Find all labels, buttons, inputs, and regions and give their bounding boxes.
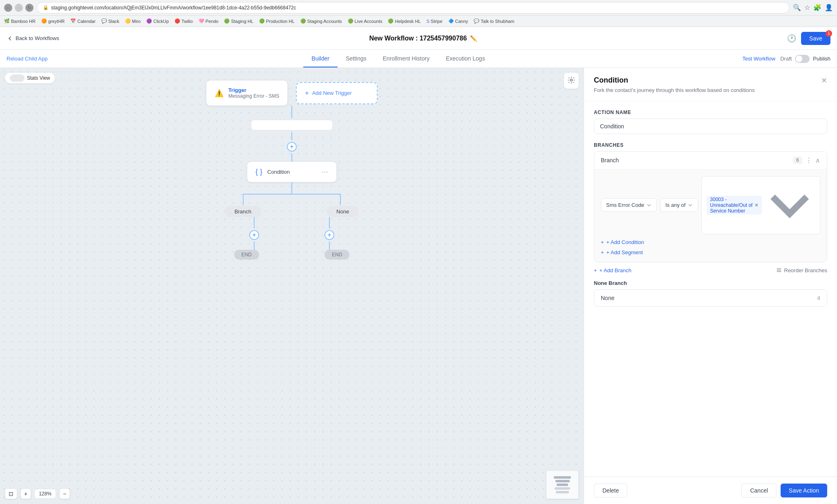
footer-right: Cancel Save Action [741, 484, 827, 497]
tab-execution-logs[interactable]: Execution Logs [438, 50, 493, 67]
left-v-line [254, 217, 255, 228]
test-workflow-button[interactable]: Test Workflow [743, 56, 776, 62]
bookmark-bamboohr[interactable]: 🌿 Bamboo HR [4, 18, 36, 24]
condition-field-select[interactable]: Sms Error Code [601, 198, 657, 212]
add-condition-button[interactable]: + + Add Condition [601, 239, 820, 245]
condition-operator-select[interactable]: Is any of [660, 198, 698, 212]
tab-bar: Reload Child App Builder Settings Enroll… [0, 50, 837, 68]
main-layout: Stats View ⚠️ Trigger Messaging Error - [0, 68, 837, 504]
trigger-node[interactable]: ⚠️ Trigger Messaging Error - SMS [206, 80, 288, 106]
end-nodes-row: END END [234, 250, 350, 260]
panel-title: Condition [594, 76, 754, 85]
add-branch-plus-icon: + [594, 267, 597, 273]
production-hl-icon: 🟢 [259, 18, 265, 24]
draft-publish-switch[interactable] [795, 55, 810, 63]
back-browser-btn[interactable]: ← [4, 4, 12, 12]
zoom-in-btn[interactable]: + [20, 488, 31, 499]
zoom-level-display: 128% [34, 489, 56, 499]
browser-controls: ← → ↻ [4, 4, 34, 12]
panel-footer: Delete Cancel Save Action [584, 477, 837, 504]
address-bar[interactable]: 🔒 staging.gohighlevel.com/location/AQjEm… [37, 2, 790, 13]
operator-select-chevron [688, 203, 693, 208]
workflow-nodes: ⚠️ Trigger Messaging Error - SMS + Add N… [194, 80, 390, 260]
reload-child-app-button[interactable]: Reload Child App [7, 56, 47, 62]
back-to-workflows-link[interactable]: Back to Workflows [7, 35, 59, 42]
bookmark-clickup[interactable]: 🟣 ClickUp [146, 18, 169, 24]
add-branch-button[interactable]: + + Add Branch [594, 267, 631, 273]
none-branch-section: None Branch None 4 [594, 280, 827, 307]
value-tag-remove[interactable]: ✕ [754, 202, 759, 208]
star-icon[interactable]: ☆ [804, 4, 810, 11]
condition-value-select[interactable]: 30003 - Unreachable/Out of Service Numbe… [701, 176, 820, 234]
cancel-button[interactable]: Cancel [741, 484, 777, 497]
search-icon[interactable]: 🔍 [793, 4, 801, 11]
end-node-right: END [325, 250, 349, 260]
tab-enrollment-history[interactable]: Enrollment History [375, 50, 438, 67]
forward-browser-btn[interactable]: → [15, 4, 23, 12]
bookmark-talk[interactable]: 💬 Talk to Shubham [474, 18, 514, 24]
stats-view-toggle[interactable]: Stats View [5, 73, 55, 83]
branches-label: BRANCHES [594, 142, 827, 148]
add-segment-button[interactable]: + + Add Segment [601, 249, 820, 255]
fit-to-screen-btn[interactable]: ⊡ [5, 488, 17, 499]
canvas-settings-icon[interactable] [564, 73, 579, 89]
add-trigger-node[interactable]: + Add New Trigger [296, 82, 378, 104]
reload-browser-btn[interactable]: ↻ [25, 4, 34, 12]
field-select-chevron [647, 203, 651, 208]
bookmark-helpdesk[interactable]: 🟢 Helpdesk HL [388, 18, 421, 24]
bookmark-staging-hl[interactable]: 🟢 Staging HL [224, 18, 253, 24]
right-panel: Condition Fork the contact's journey thr… [584, 68, 837, 504]
talk-icon: 💬 [474, 18, 479, 24]
helpdesk-icon: 🟢 [388, 18, 394, 24]
bookmark-staging-accounts[interactable]: 🟢 Staging Accounts [300, 18, 342, 24]
settings-icon [567, 76, 575, 84]
right-branch-connector: + [325, 217, 334, 250]
history-button[interactable]: 🕐 [787, 34, 796, 43]
reorder-branches-button[interactable]: Reorder Branches [776, 267, 828, 273]
action-name-input[interactable] [594, 119, 827, 134]
bookmark-production-hl[interactable]: 🟢 Production HL [259, 18, 295, 24]
tab-builder[interactable]: Builder [303, 50, 338, 67]
bamboohr-icon: 🌿 [4, 18, 10, 24]
add-step-btn-1[interactable]: + [287, 142, 297, 152]
back-arrow-icon [7, 35, 13, 42]
bookmark-canny[interactable]: 🔷 Canny [448, 18, 468, 24]
condition-more-btn[interactable]: ⋯ [322, 168, 328, 176]
edit-title-icon[interactable]: ✏️ [470, 35, 477, 42]
panel-close-button[interactable]: ✕ [821, 76, 827, 85]
branch-card-actions: ⋮ ∧ [806, 157, 820, 164]
bookmark-calendar[interactable]: 📅 Calendar [70, 18, 96, 24]
add-step-left-btn[interactable]: + [249, 230, 259, 240]
top-connector: + [251, 106, 333, 161]
none-branch-name: None [601, 295, 614, 301]
branch-card-header[interactable]: Branch 6 ⋮ ∧ [594, 152, 827, 169]
canvas-area[interactable]: Stats View ⚠️ Trigger Messaging Error - [0, 68, 584, 504]
bookmark-stripe[interactable]: S Stripe [426, 19, 442, 24]
panel-header: Condition Fork the contact's journey thr… [584, 68, 837, 101]
add-step-right-btn[interactable]: + [325, 230, 334, 240]
bookmark-greythr[interactable]: 🟠 greytHR [41, 18, 65, 24]
tabs-container: Builder Settings Enrollment History Exec… [54, 50, 742, 67]
tab-settings[interactable]: Settings [338, 50, 375, 67]
bookmark-slack[interactable]: 💬 Slack [101, 18, 119, 24]
value-select-chevron [764, 180, 815, 231]
extensions-icon[interactable]: 🧩 [813, 4, 821, 11]
bookmark-pendo[interactable]: 🩷 Pendo [199, 18, 219, 24]
save-button[interactable]: Save 1 [801, 32, 830, 45]
bookmark-miro[interactable]: 🟡 Miro [125, 18, 141, 24]
condition-node[interactable]: { } Condition ⋯ [247, 161, 337, 182]
stats-mini-toggle[interactable] [10, 74, 25, 82]
bookmark-live-accounts[interactable]: 🟢 Live Accounts [348, 18, 383, 24]
add-condition-plus-icon: + [601, 239, 604, 245]
save-action-button[interactable]: Save Action [781, 484, 827, 497]
profile-icon[interactable]: 👤 [825, 4, 833, 11]
action-name-label: ACTION NAME [594, 110, 827, 115]
branch-kebab-button[interactable]: ⋮ [806, 157, 812, 164]
browser-actions: 🔍 ☆ 🧩 👤 [793, 4, 833, 11]
delete-button[interactable]: Delete [594, 484, 627, 497]
mini-map [546, 470, 579, 499]
staging-accounts-icon: 🟢 [300, 18, 306, 24]
bookmark-twilio[interactable]: 🔴 Twilio [175, 18, 193, 24]
zoom-out-btn[interactable]: − [59, 488, 70, 499]
branch-collapse-button[interactable]: ∧ [815, 157, 820, 164]
